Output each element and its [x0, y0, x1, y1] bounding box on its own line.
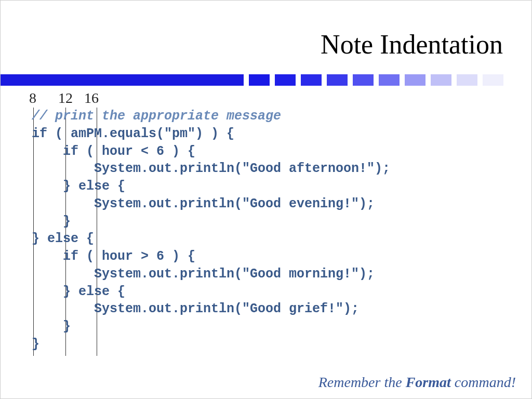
code-line: System.out.println("Good morning!"); [32, 267, 375, 282]
code-line: } else { [32, 284, 125, 299]
decorative-bar [1, 74, 531, 86]
bar-segment [379, 74, 400, 86]
footer-note: Remember the Format command! [318, 374, 516, 391]
code-comment: // print the appropriate message [32, 109, 281, 124]
code-line: System.out.println("Good grief!"); [32, 301, 359, 316]
footer-bold: Format [406, 374, 451, 390]
bar-segment [457, 74, 477, 86]
bar-segment [275, 74, 296, 86]
code-line: } [32, 319, 71, 334]
slide-title: Note Indentation [1, 1, 531, 60]
ruler-col-8: 8 [29, 90, 36, 107]
bar-segment [431, 74, 451, 86]
bar-segment [301, 74, 322, 86]
footer-pre: Remember the [318, 374, 406, 390]
code-line: } [32, 337, 39, 352]
code-line: System.out.println("Good afternoon!"); [32, 161, 390, 176]
bar-segment [405, 74, 425, 86]
code-block: // print the appropriate message if ( am… [32, 108, 390, 353]
ruler-col-16: 16 [84, 90, 99, 107]
code-line: if ( amPM.equals("pm") ) { [32, 126, 234, 141]
bar-segment [327, 74, 348, 86]
code-line: System.out.println("Good evening!"); [32, 196, 375, 211]
footer-post: command! [451, 374, 516, 390]
code-line: if ( hour > 6 ) { [32, 249, 195, 264]
code-area: 8 12 16 // print the appropriate message… [21, 91, 531, 366]
bar-segment [353, 74, 374, 86]
bar-segment [483, 74, 503, 86]
code-line: } else { [32, 179, 125, 194]
code-line: if ( hour < 6 ) { [32, 144, 195, 159]
bar-segment [249, 74, 270, 86]
ruler-col-12: 12 [58, 90, 73, 107]
bar-segment-solid [1, 74, 244, 86]
code-line: } else { [32, 231, 94, 246]
code-line: } [32, 214, 71, 229]
